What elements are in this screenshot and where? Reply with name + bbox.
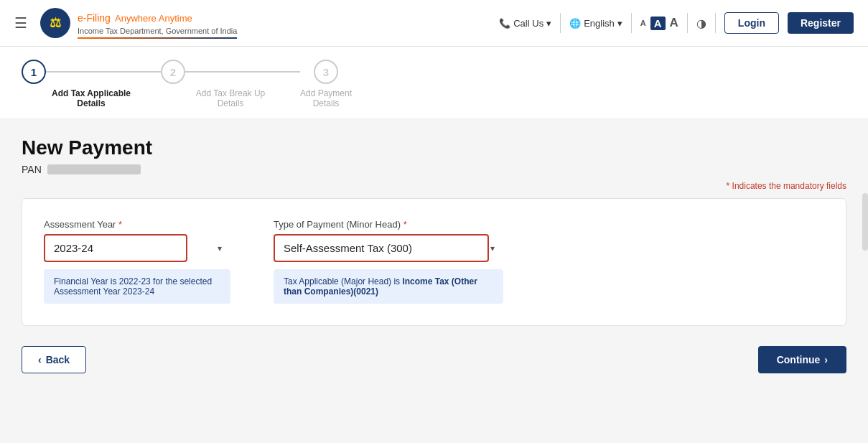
pan-mask xyxy=(47,164,141,174)
step-1-label: Add Tax ApplicableDetails xyxy=(52,88,131,108)
call-us-chevron: ▾ xyxy=(546,18,551,29)
logo-emblem: ⚖ xyxy=(40,8,70,38)
logo-subtitle: Income Tax Department, Government of Ind… xyxy=(78,27,237,36)
step-3-circle-row: 3 xyxy=(314,60,338,84)
font-decrease-button[interactable]: A xyxy=(640,19,646,27)
call-us-button[interactable]: 📞 Call Us ▾ xyxy=(499,18,551,29)
register-button[interactable]: Register xyxy=(788,12,854,34)
pan-row: PAN xyxy=(22,164,846,175)
payment-type-info-box: Tax Applicable (Major Head) is Income Ta… xyxy=(274,269,503,304)
main-header: ☰ ⚖ e-Filing Anywhere Anytime Income Tax… xyxy=(0,0,868,47)
font-controls: A A A xyxy=(640,16,678,30)
font-increase-button[interactable]: A xyxy=(670,16,678,30)
continue-label: Continue xyxy=(777,354,821,365)
header-left: ☰ ⚖ e-Filing Anywhere Anytime Income Tax… xyxy=(14,7,237,39)
continue-chevron-icon: › xyxy=(824,354,828,365)
back-chevron-icon: ‹ xyxy=(38,354,42,365)
payment-type-label: Type of Payment (Minor Head) * xyxy=(274,219,503,230)
hamburger-menu-icon[interactable]: ☰ xyxy=(14,14,27,32)
globe-icon: 🌐 xyxy=(569,18,581,29)
scrollbar[interactable] xyxy=(862,193,868,251)
page-title: New Payment xyxy=(22,136,846,159)
form-row: Assessment Year * 2023-24 2022-23 2021-2… xyxy=(44,219,824,304)
phone-icon: 📞 xyxy=(499,18,510,29)
footer-actions: ‹ Back Continue › xyxy=(22,346,846,373)
payment-type-required: * xyxy=(403,219,407,230)
back-label: Back xyxy=(46,354,70,365)
step-2-circle-row: 2 xyxy=(161,60,300,84)
payment-type-select-wrapper: Self-Assessment Tax (300) Advance Tax (1… xyxy=(274,234,503,262)
step-3: 3 Add PaymentDetails xyxy=(300,60,352,108)
assessment-year-info-box: Financial Year is 2022-23 for the select… xyxy=(44,269,230,304)
form-card: Assessment Year * 2023-24 2022-23 2021-2… xyxy=(22,198,846,326)
step-1: 1 Add Tax ApplicableDetails xyxy=(22,60,161,108)
logo-efiling-text: e-Filing Anywhere Anytime xyxy=(78,7,237,26)
divider-2 xyxy=(631,13,632,33)
logo-text-block: e-Filing Anywhere Anytime Income Tax Dep… xyxy=(78,7,237,39)
pan-label: PAN xyxy=(22,164,42,175)
assessment-year-select[interactable]: 2023-24 2022-23 2021-22 2020-21 xyxy=(44,234,187,262)
mandatory-note: * Indicates the mandatory fields xyxy=(22,181,846,191)
assessment-year-required: * xyxy=(118,219,122,230)
continue-button[interactable]: Continue › xyxy=(758,346,846,373)
step-2-circle: 2 xyxy=(161,60,185,84)
stepper-bar: 1 Add Tax ApplicableDetails 2 Add Tax Br… xyxy=(0,47,868,119)
payment-type-chevron-icon: ▾ xyxy=(490,243,495,253)
header-right: 📞 Call Us ▾ 🌐 English ▾ A A A ◑ Login Re… xyxy=(499,12,854,34)
divider-4 xyxy=(715,13,716,33)
step-3-circle: 3 xyxy=(314,60,338,84)
assessment-year-chevron-icon: ▾ xyxy=(218,243,222,253)
payment-type-select[interactable]: Self-Assessment Tax (300) Advance Tax (1… xyxy=(274,234,489,262)
logo-underline xyxy=(78,37,237,39)
step-line-1 xyxy=(46,71,161,73)
login-button[interactable]: Login xyxy=(724,12,779,34)
divider-1 xyxy=(560,13,561,33)
main-content: New Payment PAN * Indicates the mandator… xyxy=(0,119,868,391)
divider-3 xyxy=(687,13,688,33)
stepper: 1 Add Tax ApplicableDetails 2 Add Tax Br… xyxy=(22,60,846,108)
step-2: 2 Add Tax Break UpDetails xyxy=(161,60,300,108)
language-chevron: ▾ xyxy=(617,18,622,29)
step-1-circle: 1 xyxy=(22,60,46,84)
language-selector[interactable]: 🌐 English ▾ xyxy=(569,18,622,29)
assessment-year-group: Assessment Year * 2023-24 2022-23 2021-2… xyxy=(44,219,230,304)
contrast-button[interactable]: ◑ xyxy=(696,17,706,30)
font-normal-button[interactable]: A xyxy=(650,17,666,30)
assessment-year-select-wrapper: 2023-24 2022-23 2021-22 2020-21 ▾ xyxy=(44,234,230,262)
step-3-label: Add PaymentDetails xyxy=(300,88,352,108)
back-button[interactable]: ‹ Back xyxy=(22,346,86,373)
call-us-label: Call Us xyxy=(513,18,543,29)
step-2-label: Add Tax Break UpDetails xyxy=(196,88,266,108)
language-label: English xyxy=(584,18,615,29)
assessment-year-label: Assessment Year * xyxy=(44,219,230,230)
step-line-2 xyxy=(185,71,300,73)
payment-type-group: Type of Payment (Minor Head) * Self-Asse… xyxy=(274,219,503,304)
step-1-circle-row: 1 xyxy=(22,60,161,84)
logo-tagline: Anywhere Anytime xyxy=(115,13,192,24)
